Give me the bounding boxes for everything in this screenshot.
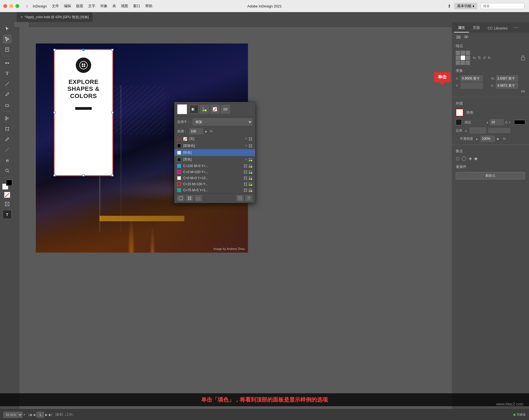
delete-point-button[interactable]: 删除点 — [456, 172, 525, 179]
y-input[interactable] — [461, 83, 483, 89]
text-frame-tool[interactable]: T — [3, 210, 12, 219]
symmetric-point-icon[interactable]: ◆ — [474, 156, 477, 161]
hand-tool[interactable] — [3, 156, 12, 165]
color-item-registration[interactable]: [套版色] ✕ — [174, 142, 255, 149]
gap-tool[interactable] — [3, 59, 12, 67]
maximize-button[interactable] — [15, 4, 19, 8]
tab-cc-libraries[interactable]: CC Libraries — [484, 24, 511, 32]
color-panel-page-icon[interactable] — [177, 195, 184, 201]
pencil-tool[interactable] — [3, 90, 12, 99]
color-panel-grid-icon[interactable] — [186, 195, 193, 201]
anchor-tm[interactable] — [461, 51, 465, 55]
link-icon[interactable] — [463, 34, 469, 40]
smooth-point-icon[interactable]: ◯ — [461, 156, 466, 161]
rotate-cw-icon[interactable]: ↻ — [488, 56, 491, 60]
anchor-ml[interactable] — [456, 56, 460, 60]
selection-handle-bm[interactable] — [82, 174, 85, 176]
stroke-size-input[interactable] — [490, 119, 504, 125]
color-item-black[interactable]: [黑色] ✕ — [174, 156, 255, 163]
color-item-cyan[interactable]: C=100 M=0 Y=... — [174, 163, 255, 169]
selection-handle-tr[interactable] — [111, 49, 114, 51]
x-input[interactable] — [461, 75, 483, 81]
menu-file[interactable]: 文件 — [52, 4, 59, 9]
selection-handle-tm[interactable] — [82, 49, 85, 51]
color-panel-new-icon[interactable] — [236, 195, 244, 201]
anchor-bm[interactable] — [461, 61, 465, 65]
scissors-tool[interactable] — [3, 114, 12, 123]
anchor-br[interactable] — [466, 61, 470, 65]
color-mode-gradient2-icon[interactable] — [221, 105, 230, 114]
menu-indesign[interactable]: InDesign — [33, 4, 47, 8]
tint-arrow-right[interactable]: ▶ — [205, 130, 207, 133]
color-mode-swatches-icon[interactable] — [200, 105, 209, 114]
selection-handle-ml[interactable] — [53, 111, 56, 114]
stroke-up-icon[interactable]: ▲ — [486, 121, 489, 124]
chain-link-icon[interactable] — [521, 90, 525, 94]
page-number-input[interactable] — [36, 412, 44, 418]
stroke-style-swatch[interactable] — [514, 120, 525, 124]
anchor-tr[interactable] — [466, 51, 470, 55]
color-item-none[interactable]: ◻ [无] ✕ — [174, 135, 255, 142]
color-mode-none-icon[interactable] — [210, 105, 220, 114]
menu-help[interactable]: 帮助 — [145, 4, 152, 9]
stroke-unit-dropdown[interactable]: ▾ — [509, 121, 510, 124]
frame-tool[interactable] — [3, 200, 12, 208]
color-panel-delete-icon[interactable] — [245, 195, 252, 201]
first-page-button[interactable]: |◀ — [28, 413, 32, 417]
tab-properties[interactable]: 属性 — [454, 24, 469, 32]
close-button[interactable] — [3, 4, 7, 8]
last-page-button[interactable]: ▶| — [49, 413, 52, 417]
line-tool[interactable] — [3, 80, 12, 88]
opacity-up-icon[interactable]: ▲ — [475, 137, 478, 140]
eraser-tool[interactable] — [3, 100, 12, 109]
anchor-mr[interactable] — [466, 56, 470, 60]
zoom-chevron-icon[interactable]: ▾ — [24, 413, 25, 416]
share-icon[interactable]: ⬆ — [447, 4, 451, 9]
lock-icon[interactable] — [521, 55, 525, 61]
color-white-swatch[interactable] — [177, 104, 187, 114]
color-item-red[interactable]: C=15 M=100 Y... — [174, 181, 255, 187]
menu-object[interactable]: 对象 — [100, 4, 107, 9]
eyedropper-tool[interactable] — [3, 135, 12, 144]
corner-input[interactable] — [469, 127, 486, 133]
selection-tool[interactable] — [3, 24, 12, 33]
corner-style-select[interactable] — [488, 128, 510, 133]
anchor-bl[interactable] — [456, 61, 460, 65]
corner-point-icon[interactable]: ◻ — [456, 156, 459, 161]
color-swap-indicator[interactable] — [2, 180, 12, 190]
prev-page-button[interactable]: ◀ — [33, 413, 35, 417]
rotate-icon[interactable]: ↺ — [483, 56, 486, 60]
asymmetric-point-icon[interactable]: ◈ — [469, 156, 472, 161]
anchor-grid[interactable] — [456, 51, 470, 65]
minimize-button[interactable] — [9, 4, 13, 8]
document-tab[interactable]: ✕ *Apply_color.indd @ 43% [GPU 预览] [转换] — [17, 12, 93, 22]
anchor-tl[interactable] — [456, 51, 460, 55]
search-input[interactable] — [481, 3, 525, 9]
selection-handle-br[interactable] — [111, 174, 114, 176]
fill-swatch[interactable] — [456, 109, 463, 116]
tint-input[interactable] — [189, 128, 203, 134]
opacity-input[interactable] — [481, 136, 495, 142]
menu-layout[interactable]: 版面 — [76, 4, 83, 9]
selection-handle-mr[interactable] — [111, 111, 114, 114]
free-transform-tool[interactable] — [3, 124, 12, 133]
tab-close-icon[interactable]: ✕ — [20, 15, 23, 19]
stroke-swatch[interactable] — [456, 119, 462, 125]
color-item-yellow[interactable]: C=0 M=0 Y=10... — [174, 175, 255, 181]
menu-view[interactable]: 视图 — [121, 4, 128, 9]
tab-pages[interactable]: 页面 — [469, 24, 484, 32]
flip-h-icon[interactable]: ⇆ — [473, 56, 476, 60]
measure-tool[interactable] — [3, 145, 12, 154]
menu-text[interactable]: 文字 — [88, 4, 95, 9]
menu-edit[interactable]: 编辑 — [64, 4, 71, 9]
color-item-paper[interactable]: [纸色] — [174, 149, 255, 156]
corner-up-icon[interactable]: ▲ — [465, 129, 467, 132]
flip-v-icon[interactable]: ⇅ — [478, 56, 481, 60]
workspace-selector[interactable]: 基本功能 ▾ — [454, 3, 477, 9]
layers-icon[interactable] — [456, 34, 461, 40]
more-options-icon[interactable]: ⋯ — [511, 24, 521, 30]
direct-selection-tool[interactable] — [3, 35, 12, 43]
anchor-center[interactable] — [461, 56, 465, 60]
color-item-teal[interactable]: C=75 M=5 Y=1... — [174, 187, 255, 193]
next-page-button[interactable]: ▶ — [45, 413, 48, 417]
